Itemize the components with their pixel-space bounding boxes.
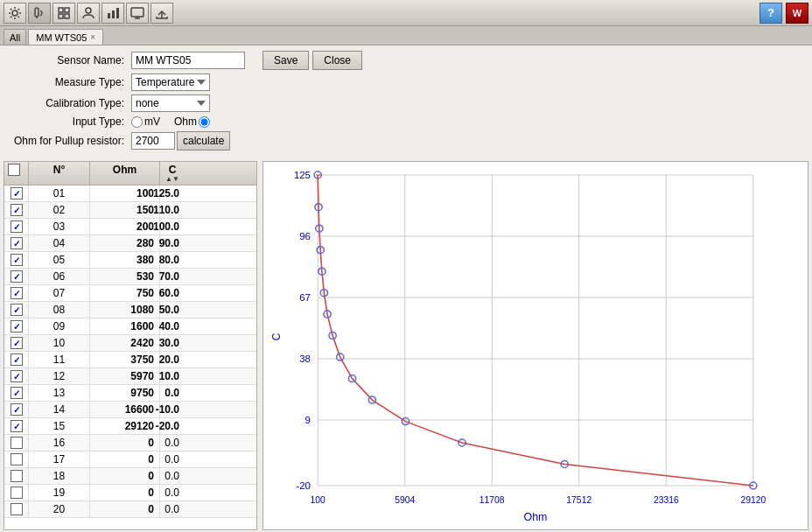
row-c-9: 30.0	[160, 335, 185, 351]
sort-arrows[interactable]: ▲▼	[164, 176, 181, 183]
table-row: 2000.0	[4, 501, 256, 518]
checkbox-4[interactable]	[10, 254, 23, 266]
calculate-button[interactable]: calculate	[177, 131, 230, 150]
row-n-5: 06	[29, 269, 90, 284]
svg-text:38: 38	[299, 354, 311, 364]
form-area: Sensor Name: Save Close Measure Type: Te…	[0, 46, 812, 159]
row-c-1: 110.0	[160, 202, 185, 218]
row-n-18: 19	[29, 485, 90, 500]
tab-all[interactable]: All	[4, 29, 26, 45]
checkbox-16[interactable]	[10, 453, 23, 466]
row-check-8	[4, 318, 29, 334]
input-type-label: Input Type:	[9, 116, 131, 128]
svg-text:-20: -20	[296, 480, 310, 491]
tool-help-button[interactable]: ?	[760, 3, 782, 24]
radio-ohm-label[interactable]: Ohm	[174, 116, 210, 128]
row-c-11: 10.0	[160, 368, 185, 384]
checkbox-8[interactable]	[10, 320, 23, 332]
tool-config-button[interactable]	[52, 3, 75, 24]
svg-text:100: 100	[311, 495, 326, 505]
row-c-19: 0.0	[160, 501, 185, 517]
checkbox-14[interactable]	[10, 420, 23, 432]
checkbox-11[interactable]	[10, 370, 23, 382]
col-ohm-header: Ohm	[90, 162, 160, 185]
radio-mv[interactable]	[131, 116, 143, 128]
svg-rect-5	[59, 14, 63, 18]
row-n-11: 12	[29, 368, 90, 384]
svg-text:23316: 23316	[654, 495, 679, 505]
tab-close-icon[interactable]: ×	[90, 32, 95, 42]
svg-text:29120: 29120	[740, 495, 766, 505]
row-check-10	[4, 352, 29, 368]
table-header: N° Ohm C ▲▼	[4, 162, 256, 186]
tool-export-button[interactable]	[150, 3, 173, 24]
table-row: 0653070.0	[4, 269, 256, 285]
tab-mm-wts05[interactable]: MM WTS05 ×	[28, 29, 103, 45]
row-ohm-5: 530	[90, 269, 160, 284]
checkbox-5[interactable]	[10, 270, 23, 283]
save-button[interactable]: Save	[262, 51, 309, 70]
checkbox-15[interactable]	[10, 437, 23, 449]
table-row: 1800.0	[4, 468, 256, 485]
tool-sensor-button[interactable]	[28, 3, 51, 24]
pullup-input[interactable]	[131, 132, 175, 150]
checkbox-1[interactable]	[10, 204, 23, 216]
row-c-2: 100.0	[160, 219, 185, 234]
row-ohm-8: 1600	[90, 318, 160, 334]
tool-user-button[interactable]	[77, 3, 100, 24]
calibration-type-label: Calibration Type:	[9, 97, 131, 109]
row-n-15: 16	[29, 435, 90, 451]
table-row: 08108050.0	[4, 302, 256, 318]
row-check-11	[4, 368, 29, 384]
checkbox-7[interactable]	[10, 304, 23, 316]
table-body: 01100125.002150110.003200100.00428090.00…	[4, 186, 256, 530]
tool-chart-button[interactable]	[102, 3, 124, 24]
row-ohm-1: 150	[90, 202, 160, 218]
close-button[interactable]: Close	[312, 51, 362, 70]
checkbox-0[interactable]	[10, 187, 23, 200]
tabs-bar: All MM WTS05 ×	[0, 26, 812, 46]
row-n-19: 20	[29, 501, 90, 517]
row-c-5: 70.0	[160, 269, 185, 284]
checkbox-18[interactable]	[10, 486, 23, 499]
col-check-header	[4, 162, 29, 185]
chart-svg: 125 96 67 38 9 -20 C 100 5904 11708 1751…	[263, 162, 808, 529]
checkbox-9[interactable]	[10, 337, 23, 349]
sensor-name-input[interactable]	[131, 52, 245, 69]
tool-brand-button[interactable]: W	[786, 3, 808, 24]
calibration-type-select[interactable]: none	[131, 94, 210, 112]
tool-display-button[interactable]	[126, 3, 149, 24]
measure-type-select[interactable]: Temperature	[131, 74, 210, 91]
header-checkbox[interactable]	[8, 164, 20, 176]
radio-ohm[interactable]	[199, 116, 210, 128]
row-c-6: 60.0	[160, 285, 185, 301]
row-n-6: 07	[29, 285, 90, 301]
checkbox-3[interactable]	[10, 237, 23, 249]
row-check-12	[4, 385, 29, 401]
row-c-17: 0.0	[160, 468, 185, 484]
sensor-name-row: Sensor Name: Save Close	[9, 51, 803, 70]
checkbox-17[interactable]	[10, 470, 23, 482]
checkbox-19[interactable]	[10, 503, 23, 515]
checkbox-10[interactable]	[10, 354, 23, 366]
pullup-label: Ohm for Pullup resistor:	[9, 135, 131, 147]
sensor-name-label: Sensor Name:	[9, 54, 131, 66]
row-check-0	[4, 186, 29, 201]
table-row: 10242030.0	[4, 335, 256, 352]
measure-type-label: Measure Type:	[9, 76, 131, 88]
radio-ohm-text: Ohm	[174, 116, 197, 128]
row-n-10: 11	[29, 352, 90, 368]
tool-settings-button[interactable]	[4, 3, 26, 24]
checkbox-13[interactable]	[10, 403, 23, 416]
checkbox-12[interactable]	[10, 387, 23, 399]
radio-mv-label[interactable]: mV	[131, 116, 160, 128]
checkbox-6[interactable]	[10, 287, 23, 299]
row-c-10: 20.0	[160, 352, 185, 368]
col-n-header: N°	[29, 162, 90, 185]
svg-text:67: 67	[299, 292, 311, 303]
row-check-6	[4, 285, 29, 301]
checkbox-2[interactable]	[10, 220, 23, 233]
row-c-0: 125.0	[160, 186, 185, 201]
row-n-9: 10	[29, 335, 90, 351]
row-n-14: 15	[29, 418, 90, 434]
